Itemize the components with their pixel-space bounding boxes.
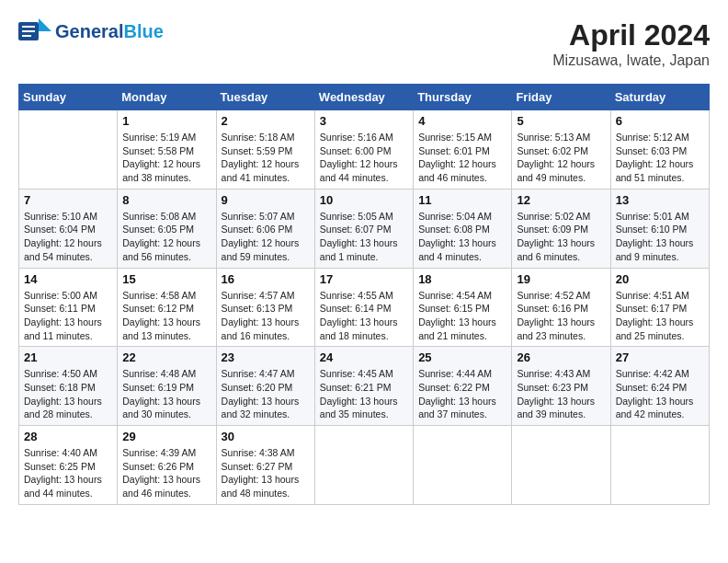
day-info: Sunrise: 5:01 AM Sunset: 6:10 PM Dayligh… xyxy=(616,210,704,264)
calendar-cell: 19Sunrise: 4:52 AM Sunset: 6:16 PM Dayli… xyxy=(512,268,610,347)
calendar-cell: 10Sunrise: 5:05 AM Sunset: 6:07 PM Dayli… xyxy=(314,189,413,268)
day-info: Sunrise: 5:13 AM Sunset: 6:02 PM Dayligh… xyxy=(517,131,605,185)
calendar-table: SundayMondayTuesdayWednesdayThursdayFrid… xyxy=(18,84,710,505)
day-info: Sunrise: 4:47 AM Sunset: 6:20 PM Dayligh… xyxy=(222,367,310,421)
calendar-cell: 3Sunrise: 5:16 AM Sunset: 6:00 PM Daylig… xyxy=(314,110,413,190)
calendar-cell: 14Sunrise: 5:00 AM Sunset: 6:11 PM Dayli… xyxy=(19,268,118,347)
weekday-header-thursday: Thursday xyxy=(414,85,512,110)
day-info: Sunrise: 5:08 AM Sunset: 6:05 PM Dayligh… xyxy=(122,210,210,264)
day-number: 2 xyxy=(222,114,310,128)
calendar-cell: 23Sunrise: 4:47 AM Sunset: 6:20 PM Dayli… xyxy=(216,347,314,426)
day-info: Sunrise: 5:12 AM Sunset: 6:03 PM Dayligh… xyxy=(616,131,704,185)
day-number: 5 xyxy=(517,114,605,128)
day-number: 13 xyxy=(616,193,704,207)
calendar-week-row: 21Sunrise: 4:50 AM Sunset: 6:18 PM Dayli… xyxy=(19,347,710,426)
calendar-cell: 30Sunrise: 4:38 AM Sunset: 6:27 PM Dayli… xyxy=(216,426,314,505)
weekday-header-tuesday: Tuesday xyxy=(216,85,314,110)
calendar-cell: 20Sunrise: 4:51 AM Sunset: 6:17 PM Dayli… xyxy=(610,268,709,347)
day-number: 30 xyxy=(222,430,310,443)
day-number: 29 xyxy=(122,430,210,443)
day-number: 24 xyxy=(320,350,408,364)
weekday-header-saturday: Saturday xyxy=(610,85,709,110)
day-info: Sunrise: 5:18 AM Sunset: 5:59 PM Dayligh… xyxy=(222,131,310,185)
calendar-cell xyxy=(314,426,413,505)
day-info: Sunrise: 4:38 AM Sunset: 6:27 PM Dayligh… xyxy=(222,446,310,500)
calendar-cell: 29Sunrise: 4:39 AM Sunset: 6:26 PM Dayli… xyxy=(118,426,216,505)
calendar-cell: 11Sunrise: 5:04 AM Sunset: 6:08 PM Dayli… xyxy=(414,189,512,268)
day-info: Sunrise: 5:19 AM Sunset: 5:58 PM Dayligh… xyxy=(122,131,210,185)
weekday-header-monday: Monday xyxy=(118,85,216,110)
day-number: 16 xyxy=(222,272,310,286)
calendar-cell: 22Sunrise: 4:48 AM Sunset: 6:19 PM Dayli… xyxy=(118,347,216,426)
day-info: Sunrise: 4:52 AM Sunset: 6:16 PM Dayligh… xyxy=(517,289,605,343)
calendar-cell: 2Sunrise: 5:18 AM Sunset: 5:59 PM Daylig… xyxy=(216,110,314,190)
calendar-subtitle: Mizusawa, Iwate, Japan xyxy=(552,52,710,69)
day-info: Sunrise: 4:48 AM Sunset: 6:19 PM Dayligh… xyxy=(122,367,210,421)
day-number: 6 xyxy=(616,114,704,128)
calendar-title: April 2024 xyxy=(552,18,710,52)
day-number: 14 xyxy=(24,272,112,286)
calendar-cell xyxy=(19,110,118,190)
day-info: Sunrise: 5:05 AM Sunset: 6:07 PM Dayligh… xyxy=(320,210,408,264)
day-number: 18 xyxy=(418,272,506,286)
calendar-cell: 9Sunrise: 5:07 AM Sunset: 6:06 PM Daylig… xyxy=(216,189,314,268)
calendar-cell: 27Sunrise: 4:42 AM Sunset: 6:24 PM Dayli… xyxy=(610,347,709,426)
calendar-cell xyxy=(610,426,709,505)
day-number: 25 xyxy=(418,350,506,364)
svg-rect-3 xyxy=(22,30,35,32)
day-info: Sunrise: 4:39 AM Sunset: 6:26 PM Dayligh… xyxy=(122,446,210,500)
calendar-cell: 5Sunrise: 5:13 AM Sunset: 6:02 PM Daylig… xyxy=(512,110,610,190)
logo-text-blue: Blue xyxy=(123,21,163,41)
logo: GeneralBlue xyxy=(18,18,164,44)
day-number: 21 xyxy=(24,350,112,364)
calendar-week-row: 14Sunrise: 5:00 AM Sunset: 6:11 PM Dayli… xyxy=(19,268,710,347)
calendar-cell xyxy=(414,426,512,505)
day-info: Sunrise: 5:02 AM Sunset: 6:09 PM Dayligh… xyxy=(517,210,605,264)
day-number: 12 xyxy=(517,193,605,207)
calendar-cell: 8Sunrise: 5:08 AM Sunset: 6:05 PM Daylig… xyxy=(118,189,216,268)
day-info: Sunrise: 5:16 AM Sunset: 6:00 PM Dayligh… xyxy=(320,131,408,185)
day-info: Sunrise: 5:04 AM Sunset: 6:08 PM Dayligh… xyxy=(418,210,506,264)
day-info: Sunrise: 5:15 AM Sunset: 6:01 PM Dayligh… xyxy=(418,131,506,185)
calendar-cell: 4Sunrise: 5:15 AM Sunset: 6:01 PM Daylig… xyxy=(414,110,512,190)
day-number: 4 xyxy=(418,114,506,128)
day-number: 1 xyxy=(122,114,210,128)
day-info: Sunrise: 4:51 AM Sunset: 6:17 PM Dayligh… xyxy=(616,289,704,343)
day-number: 27 xyxy=(616,350,704,364)
calendar-cell: 12Sunrise: 5:02 AM Sunset: 6:09 PM Dayli… xyxy=(512,189,610,268)
calendar-cell: 1Sunrise: 5:19 AM Sunset: 5:58 PM Daylig… xyxy=(118,110,216,190)
day-number: 23 xyxy=(222,350,310,364)
day-info: Sunrise: 5:10 AM Sunset: 6:04 PM Dayligh… xyxy=(24,210,112,264)
calendar-cell: 24Sunrise: 4:45 AM Sunset: 6:21 PM Dayli… xyxy=(314,347,413,426)
calendar-cell: 7Sunrise: 5:10 AM Sunset: 6:04 PM Daylig… xyxy=(19,189,118,268)
day-number: 11 xyxy=(418,193,506,207)
calendar-cell: 25Sunrise: 4:44 AM Sunset: 6:22 PM Dayli… xyxy=(414,347,512,426)
weekday-header-row: SundayMondayTuesdayWednesdayThursdayFrid… xyxy=(19,85,710,110)
day-info: Sunrise: 4:58 AM Sunset: 6:12 PM Dayligh… xyxy=(122,289,210,343)
svg-marker-1 xyxy=(39,18,51,31)
weekday-header-sunday: Sunday xyxy=(19,85,118,110)
svg-rect-4 xyxy=(22,35,31,37)
day-number: 28 xyxy=(24,430,112,443)
calendar-week-row: 1Sunrise: 5:19 AM Sunset: 5:58 PM Daylig… xyxy=(19,110,710,190)
calendar-cell xyxy=(512,426,610,505)
day-info: Sunrise: 5:00 AM Sunset: 6:11 PM Dayligh… xyxy=(24,289,112,343)
weekday-header-wednesday: Wednesday xyxy=(314,85,413,110)
day-info: Sunrise: 4:57 AM Sunset: 6:13 PM Dayligh… xyxy=(222,289,310,343)
day-number: 20 xyxy=(616,272,704,286)
logo-icon xyxy=(18,18,51,44)
day-number: 3 xyxy=(320,114,408,128)
calendar-cell: 26Sunrise: 4:43 AM Sunset: 6:23 PM Dayli… xyxy=(512,347,610,426)
title-block: April 2024 Mizusawa, Iwate, Japan xyxy=(552,18,710,69)
weekday-header-friday: Friday xyxy=(512,85,610,110)
day-info: Sunrise: 4:54 AM Sunset: 6:15 PM Dayligh… xyxy=(418,289,506,343)
calendar-cell: 16Sunrise: 4:57 AM Sunset: 6:13 PM Dayli… xyxy=(216,268,314,347)
page-header: GeneralBlue April 2024 Mizusawa, Iwate, … xyxy=(18,18,710,69)
logo-text-general: General xyxy=(55,21,123,41)
day-number: 26 xyxy=(517,350,605,364)
day-info: Sunrise: 5:07 AM Sunset: 6:06 PM Dayligh… xyxy=(222,210,310,264)
day-number: 19 xyxy=(517,272,605,286)
calendar-cell: 6Sunrise: 5:12 AM Sunset: 6:03 PM Daylig… xyxy=(610,110,709,190)
calendar-cell: 28Sunrise: 4:40 AM Sunset: 6:25 PM Dayli… xyxy=(19,426,118,505)
calendar-cell: 17Sunrise: 4:55 AM Sunset: 6:14 PM Dayli… xyxy=(314,268,413,347)
